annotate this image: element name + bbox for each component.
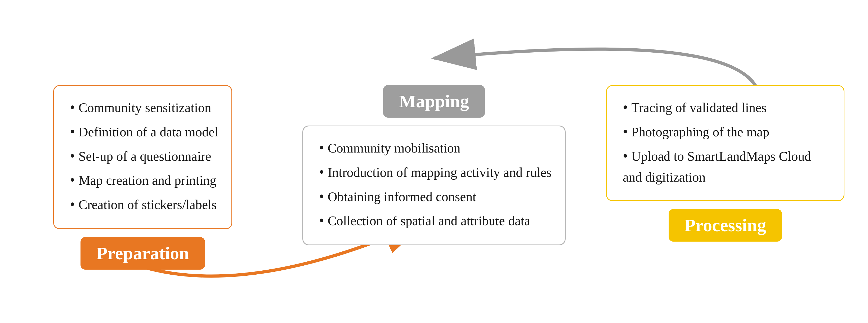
diagram-container: Community sensitization Definition of a … — [0, 0, 868, 323]
mapping-list: Community mobilisation Introduction of m… — [316, 137, 552, 232]
preparation-item-2: Definition of a data model — [67, 121, 218, 143]
columns-layout: Community sensitization Definition of a … — [24, 53, 844, 270]
preparation-item-3: Set-up of a questionnaire — [67, 145, 218, 167]
mapping-label: Mapping — [383, 85, 485, 118]
preparation-label: Preparation — [81, 237, 205, 270]
preparation-item-4: Map creation and printing — [67, 169, 218, 191]
preparation-content-box: Community sensitization Definition of a … — [53, 85, 232, 229]
mapping-header: Mapping — [383, 85, 485, 125]
processing-item-2: Photographing of the map — [620, 121, 830, 143]
mapping-item-4: Collection of spatial and attribute data — [316, 210, 552, 232]
preparation-list: Community sensitization Definition of a … — [67, 97, 218, 215]
mapping-item-1: Community mobilisation — [316, 137, 552, 159]
mapping-item-3: Obtaining informed consent — [316, 185, 552, 208]
processing-column: Tracing of validated lines Photographing… — [606, 85, 844, 242]
mapping-item-2: Introduction of mapping activity and rul… — [316, 161, 552, 183]
preparation-item-5: Creation of stickers/labels — [67, 193, 218, 216]
processing-item-1: Tracing of validated lines — [620, 97, 830, 119]
preparation-column: Community sensitization Definition of a … — [24, 85, 262, 270]
processing-list: Tracing of validated lines Photographing… — [620, 97, 830, 188]
processing-label: Processing — [669, 209, 782, 242]
processing-item-3: Upload to SmartLandMaps Cloud and digiti… — [620, 145, 830, 188]
mapping-content-box: Community mobilisation Introduction of m… — [302, 125, 566, 245]
mapping-column: Mapping Community mobilisation Introduct… — [288, 85, 580, 245]
processing-content-box: Tracing of validated lines Photographing… — [606, 85, 844, 201]
preparation-item-1: Community sensitization — [67, 97, 218, 119]
